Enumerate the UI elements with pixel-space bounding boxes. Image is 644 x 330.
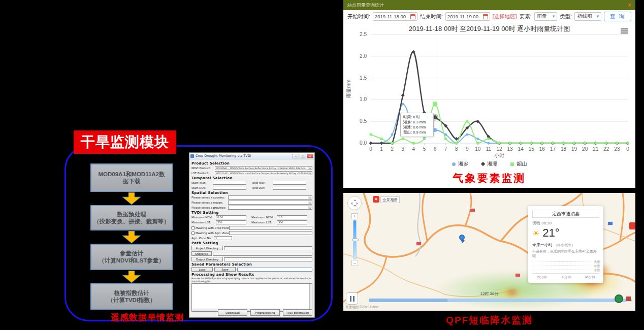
road-shield-icon [607,221,613,225]
timeline-tick: 45分钟 [585,275,595,280]
start-year-label: Start Year: [191,181,213,184]
map-logo-icon [615,294,623,303]
country-select[interactable]: ▾ [228,195,312,200]
download-button[interactable]: Download [218,309,247,316]
element-select[interactable]: 雨量 ▼ [534,12,557,21]
square-marker-icon [510,162,514,166]
calendar-icon[interactable] [410,14,415,19]
legend-item[interactable]: 湘乡 [452,160,468,168]
popup-next-hour: 未来一小时 [532,243,553,247]
shapefile-button[interactable]: ShapeFile [191,251,212,256]
popup-time: 傍晚 06:30 [532,220,599,226]
zoom-in-button[interactable]: + [351,213,358,219]
slide-canvas: 干旱监测模块 MOD09A1和MOD11A2数 据下载 数据预处理 （投影变换、… [0,0,644,330]
calendar-icon[interactable] [483,14,488,19]
end-time-input[interactable] [445,12,490,21]
chevron-down-icon: ▼ [552,14,556,19]
timeline-tick: 15分钟 [536,275,546,280]
output-directory-button[interactable]: Output Directory [191,257,223,261]
map-pan-control[interactable] [347,196,362,210]
preprocessing-button[interactable]: Preprocessing [250,309,280,316]
vertical-scrollbar[interactable] [309,284,312,311]
road-shield-icon [515,273,521,277]
output-directory-field[interactable] [224,257,312,261]
agri-no-label: Agri. Zone No.: [191,237,214,240]
dialog-titlebar[interactable]: Crop Drought Monitoring via TVDI – □ × [189,153,314,159]
legend-label: 韶山 [517,160,527,168]
svg-text:19: 19 [571,146,577,152]
agri-no-field[interactable]: 1 [214,236,232,240]
shapefile-field[interactable] [213,252,312,256]
popup-county-button[interactable]: 定西市通渭县 [532,210,599,218]
chevron-down-icon: ▾ [308,167,312,170]
query-button[interactable]: 查 询 [604,12,631,21]
map-mini-icon[interactable] [626,296,631,302]
select-region-button[interactable]: [选择地区] [493,13,517,20]
window-titlebar[interactable]: 站点雨量查询统计 × [343,0,635,10]
project-directory-button[interactable]: Project Directory [191,246,223,250]
flow-box-line: 数据预处理 [117,211,146,218]
saved-params-field[interactable] [237,268,312,272]
chart-legend: 湘乡湘潭韶山 [343,160,635,168]
min-lst-field[interactable]: 250 [216,220,246,224]
region-select[interactable]: ▾ [228,201,312,205]
edge-marker-icon[interactable] [629,222,635,229]
type-select[interactable]: 折线图 ▼ [574,12,601,21]
svg-text:2: 2 [391,146,394,152]
mask-crop-field[interactable] [229,226,312,230]
end-doy-field[interactable] [273,186,306,190]
mask-agri-checkbox[interactable] [191,232,195,235]
mask-crop-checkbox[interactable] [191,226,195,229]
maximize-button[interactable]: □ [300,154,306,158]
poi-marker-icon[interactable]: ♥ [373,196,379,203]
save-button[interactable]: Save [214,267,236,272]
project-directory-field[interactable] [224,246,312,250]
pause-button[interactable] [346,292,358,305]
legend-item[interactable]: 湘潭 [481,160,497,168]
svg-text:4: 4 [412,146,415,152]
svg-text:8: 8 [455,146,458,152]
tvdi-estimation-button[interactable]: TVDI Estimation [283,309,312,316]
max-lst-field[interactable]: 330 [277,220,307,224]
lst-product-select[interactable]: MOD11A2 - MODIS/Terra Land Surface Tempe… [215,171,312,175]
flow-box-line: （投影变换、拼接、裁剪等） [93,218,170,225]
country-label: Please select a country: [191,196,228,199]
flow-arrow-icon [122,271,141,283]
province-select[interactable]: ▾ [228,206,312,210]
start-year-field[interactable] [213,181,246,185]
flow-box-line: 参量估计 [120,250,143,257]
ndvi-product-select[interactable]: MOD09A1 - MODIS/Terra Surface Reflectanc… [215,166,312,170]
load-button[interactable]: Load [191,267,213,272]
start-doy-field[interactable] [213,186,246,190]
zoom-out-button[interactable]: − [351,260,358,266]
close-icon[interactable]: × [628,2,631,8]
location-pin-icon[interactable] [459,235,465,245]
zoom-slider[interactable] [353,220,357,259]
mask-agri-field[interactable] [229,231,312,235]
start-doy-label: Start DOY: [191,186,213,189]
start-time-input[interactable] [373,12,417,21]
close-button[interactable]: × [307,154,313,158]
type-label: 类型: [560,13,572,20]
zoom-slider-handle[interactable] [352,239,359,241]
flow-box-line: （计算NDVI和LST参量） [99,257,165,264]
region-label: Please select a region: [191,201,228,204]
legend-item[interactable]: 韶山 [510,160,527,168]
qpf-map[interactable]: + − ♥ 全景相册 定西市通渭县 傍晚 06:30 ☀ 21° 未来一小时 （… [343,193,635,311]
chevron-down-icon: ▾ [308,196,312,199]
flow-box-preprocess: 数据预处理 （投影变换、拼接、裁剪等） [90,205,173,230]
end-year-field[interactable] [273,181,306,185]
min-ndvi-field[interactable]: 0.00 [216,215,246,219]
map-zoom-control[interactable]: + − [351,213,358,266]
playback-slider[interactable] [369,299,632,302]
chevron-down-icon: ▾ [308,172,312,175]
minimize-button[interactable]: – [293,154,299,158]
max-ndvi-field[interactable]: 1.0 [277,215,307,219]
results-list[interactable] [191,283,312,312]
end-year-label: End Year: [252,181,273,184]
ndvi-product-label: NDVI Product: [191,167,215,170]
section-product: Product Selection [191,161,312,166]
window-title: 站点雨量查询统计 [347,2,628,9]
circle-marker-icon [452,162,456,166]
svg-text:1: 1 [380,146,383,152]
